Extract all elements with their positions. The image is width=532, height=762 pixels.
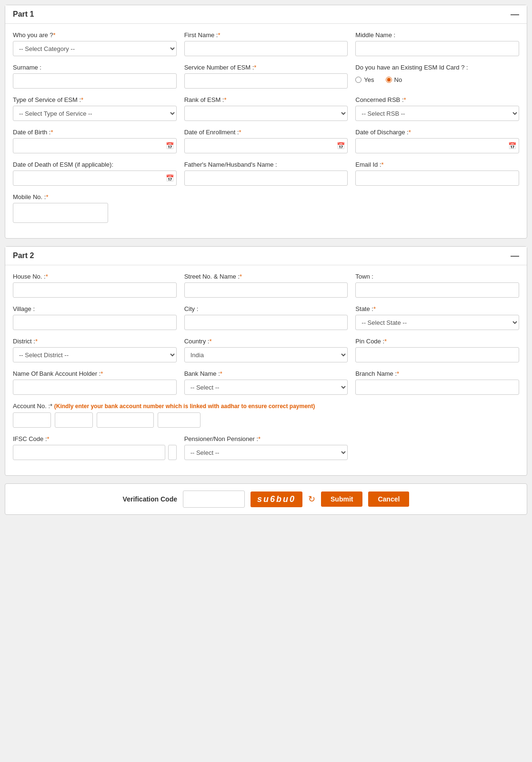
account-input-3[interactable] xyxy=(97,412,154,428)
service-number-label: Service Number of ESM :* xyxy=(184,64,348,71)
pincode-input[interactable] xyxy=(355,347,519,362)
account-input-4[interactable] xyxy=(158,412,201,428)
street-input[interactable] xyxy=(184,282,348,298)
account-note-text: (Kindly enter your bank account number w… xyxy=(54,403,315,410)
refresh-captcha-button[interactable]: ↻ xyxy=(308,494,315,504)
bank-name-group: Bank Name :* -- Select -- xyxy=(184,370,348,395)
ifsc-input-2[interactable] xyxy=(168,445,177,460)
doe-input[interactable] xyxy=(184,138,348,153)
first-name-label: First Name :* xyxy=(184,31,348,39)
street-label: Street No. & Name :* xyxy=(184,273,348,280)
part2-body: House No. :* Street No. & Name :* Town : xyxy=(5,265,527,475)
state-label: State :* xyxy=(355,305,519,312)
pensioner-group: Pensioner/Non Pensioner :* -- Select -- xyxy=(184,435,348,460)
fathers-name-group: Father's Name/Husband's Name : xyxy=(184,161,348,186)
ifsc-input-1[interactable] xyxy=(13,445,165,460)
part1-title: Part 1 xyxy=(13,10,34,19)
ifsc-inputs xyxy=(13,445,177,460)
type-service-label: Type of Service of ESM :* xyxy=(13,96,177,103)
type-service-dropdown[interactable]: -- Select Type of Service -- xyxy=(13,106,177,121)
branch-name-label: Branch Name :* xyxy=(355,370,519,377)
yes-radio[interactable] xyxy=(355,77,361,83)
country-dropdown[interactable]: India xyxy=(184,347,348,362)
who-you-are-group: Who you are ?* -- Select Category -- xyxy=(13,31,177,56)
rsb-dropdown[interactable]: -- Select RSB -- xyxy=(355,106,519,121)
rank-label: Rank of ESM :* xyxy=(184,96,348,103)
service-number-input[interactable] xyxy=(184,73,348,89)
dob-group: Date of Birth :* 📅 xyxy=(13,129,177,153)
no-radio[interactable] xyxy=(386,77,392,83)
state-dropdown[interactable]: -- Select State -- xyxy=(355,315,519,330)
dob-input-wrapper: 📅 xyxy=(13,138,177,153)
submit-button[interactable]: Submit xyxy=(321,491,362,507)
dod-esm-label: Date of Death of ESM (if applicable): xyxy=(13,161,177,168)
who-you-are-label: Who you are ?* xyxy=(13,31,177,39)
part1-row5: Date of Death of ESM (if applicable): 📅 … xyxy=(13,161,519,186)
house-no-label: House No. :* xyxy=(13,273,177,280)
bank-name-dropdown[interactable]: -- Select -- xyxy=(184,380,348,395)
cancel-button[interactable]: Cancel xyxy=(368,491,409,507)
account-no-inputs xyxy=(13,412,519,428)
concerned-rsb-label: Concerned RSB :* xyxy=(355,96,519,103)
part2-row1: House No. :* Street No. & Name :* Town : xyxy=(13,273,519,298)
ifsc-label: IFSC Code :* xyxy=(13,435,177,442)
part2-row4: Name Of Bank Account Holder :* Bank Name… xyxy=(13,370,519,395)
house-no-input[interactable] xyxy=(13,282,177,298)
no-radio-label[interactable]: No xyxy=(386,76,402,83)
doe-group: Date of Enrollment :* 📅 xyxy=(184,129,348,153)
street-group: Street No. & Name :* xyxy=(184,273,348,298)
middle-name-input[interactable] xyxy=(355,41,519,56)
part1-row3: Type of Service of ESM :* -- Select Type… xyxy=(13,96,519,121)
mobile-input[interactable] xyxy=(13,203,108,223)
part2-header: Part 2 — xyxy=(5,247,527,265)
dod-input[interactable] xyxy=(355,138,519,153)
dob-input[interactable] xyxy=(13,138,177,153)
fathers-name-input[interactable] xyxy=(184,170,348,186)
select-category-dropdown[interactable]: -- Select Category -- xyxy=(13,41,177,56)
verification-label: Verification Code xyxy=(123,495,177,503)
house-no-group: House No. :* xyxy=(13,273,177,298)
branch-name-input[interactable] xyxy=(355,380,519,395)
branch-name-group: Branch Name :* xyxy=(355,370,519,395)
rank-dropdown[interactable] xyxy=(184,106,348,121)
account-input-2[interactable] xyxy=(55,412,93,428)
bottom-bar: Verification Code su6bu0 ↻ Submit Cancel xyxy=(5,483,527,515)
village-label: Village : xyxy=(13,305,177,312)
part1-collapse-icon[interactable]: — xyxy=(511,10,519,19)
pensioner-dropdown[interactable]: -- Select -- xyxy=(184,445,348,460)
city-group: City : xyxy=(184,305,348,330)
district-group: District :* -- Select District -- xyxy=(13,338,177,362)
city-input[interactable] xyxy=(184,315,348,330)
dod-esm-input[interactable] xyxy=(13,170,177,186)
doe-label: Date of Enrollment :* xyxy=(184,129,348,136)
mobile-group: Mobile No. :* xyxy=(13,193,108,223)
part1-body: Who you are ?* -- Select Category -- Fir… xyxy=(5,24,527,238)
mobile-label: Mobile No. :* xyxy=(13,193,108,201)
pincode-group: Pin Code :* xyxy=(355,338,519,362)
dob-label: Date of Birth :* xyxy=(13,129,177,136)
account-no-label: Account No. :* (Kindly enter your bank a… xyxy=(13,402,315,410)
type-service-group: Type of Service of ESM :* -- Select Type… xyxy=(13,96,177,121)
email-group: Email Id :* xyxy=(355,161,519,186)
country-label: Country :* xyxy=(184,338,348,345)
part2-row3: District :* -- Select District -- Countr… xyxy=(13,338,519,362)
part1-row6: Mobile No. :* xyxy=(13,193,519,223)
village-input[interactable] xyxy=(13,315,177,330)
esm-radio-group: Yes No xyxy=(355,73,519,89)
part2-collapse-icon[interactable]: — xyxy=(511,251,519,260)
town-input[interactable] xyxy=(355,282,519,298)
pensioner-label: Pensioner/Non Pensioner :* xyxy=(184,435,348,442)
district-dropdown[interactable]: -- Select District -- xyxy=(13,347,177,362)
bank-holder-input[interactable] xyxy=(13,380,177,395)
surname-input[interactable] xyxy=(13,73,177,89)
ifsc-group: IFSC Code :* xyxy=(13,435,177,460)
part1-row2: Surname : Service Number of ESM :* Do yo… xyxy=(13,64,519,89)
yes-radio-label[interactable]: Yes xyxy=(355,76,374,83)
first-name-input[interactable] xyxy=(184,41,348,56)
verification-input[interactable] xyxy=(183,491,245,508)
account-input-1[interactable] xyxy=(13,412,51,428)
first-name-group: First Name :* xyxy=(184,31,348,56)
part2-section: Part 2 — House No. :* Street No. & Name … xyxy=(5,246,527,476)
email-input[interactable] xyxy=(355,170,519,186)
account-label-row: Account No. :* (Kindly enter your bank a… xyxy=(13,402,519,410)
